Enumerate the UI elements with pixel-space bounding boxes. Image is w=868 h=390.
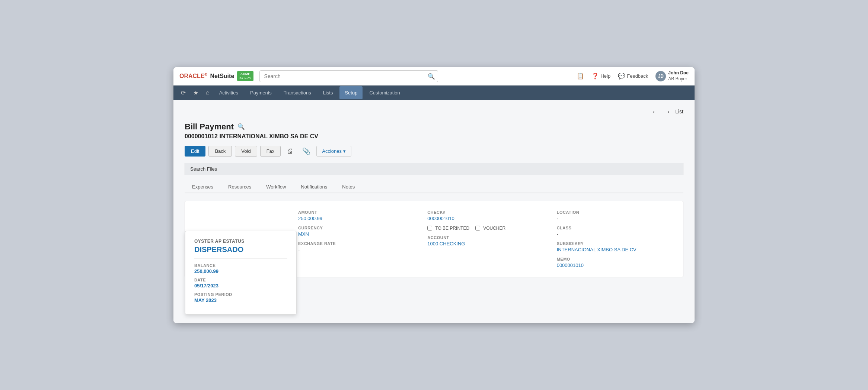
user-menu[interactable]: JD John Doe AB Buyer — [655, 70, 689, 82]
print-icon-button[interactable]: 🖨 — [284, 146, 296, 157]
search-files-bar[interactable]: Search Files — [185, 163, 683, 175]
back-button[interactable]: Back — [208, 146, 232, 157]
exchange-rate-label: EXCHANGE RATE — [298, 241, 415, 246]
logo-area: ORACLE® NetSuite ACME SA de CV — [179, 71, 253, 81]
date-value: 05/17/2023 — [194, 283, 287, 289]
field-group-amount: AMOUNT 250,000.99 CURRENCY MXN EXCHANGE … — [298, 210, 415, 268]
top-right-actions: 📋 ❓ Help 💬 Feedback JD John Doe AB Buyer — [577, 70, 689, 82]
home-icon-button[interactable]: ⌂ — [203, 86, 213, 100]
tab-resources[interactable]: Resources — [221, 181, 259, 193]
date-label: DATE — [194, 278, 287, 282]
attach-icon-button[interactable]: 📎 — [299, 146, 313, 157]
edit-button[interactable]: Edit — [185, 146, 205, 157]
location-value: - — [557, 216, 674, 221]
feedback-button[interactable]: 💬 Feedback — [618, 72, 648, 80]
balance-label: BALANCE — [194, 263, 287, 268]
exchange-rate-value: - — [298, 247, 415, 252]
feedback-icon: 💬 — [618, 72, 625, 80]
page-header: Bill Payment 🔍 0000001012 INTERNATIONAL … — [185, 122, 683, 140]
tab-expenses[interactable]: Expenses — [185, 181, 221, 193]
page-title: Bill Payment — [185, 122, 234, 132]
history-icon-button[interactable]: ⟳ — [178, 86, 189, 100]
favorites-icon-button[interactable]: ★ — [190, 86, 201, 100]
help-icon: ❓ — [591, 72, 599, 80]
tab-notes[interactable]: Notes — [335, 181, 362, 193]
posting-period-value: MAY 2023 — [194, 297, 287, 303]
nav-item-activities[interactable]: Activities — [214, 86, 243, 99]
action-buttons: Edit Back Void Fax 🖨 📎 Acciones ▾ — [185, 146, 683, 157]
void-button[interactable]: Void — [235, 146, 257, 157]
field-group-check: CHECK# 0000001010 TO BE PRINTED VOUCHER … — [427, 210, 545, 268]
subsidiary-value[interactable]: INTERNACIONAL XIMBO SA DE CV — [557, 247, 674, 252]
nav-item-transactions[interactable]: Transactions — [278, 86, 316, 99]
fields-area: AMOUNT 250,000.99 CURRENCY MXN EXCHANGE … — [298, 210, 674, 268]
tab-workflow[interactable]: Workflow — [259, 181, 293, 193]
check-num-label: CHECK# — [427, 210, 545, 215]
amount-value[interactable]: 250,000.99 — [298, 216, 415, 221]
notifications-icon: 📋 — [577, 72, 584, 80]
currency-label: CURRENCY — [298, 226, 415, 230]
nav-controls: ← → List — [185, 107, 683, 116]
account-label: ACCOUNT — [427, 235, 545, 240]
subsidiary-label: SUBSIDIARY — [557, 241, 674, 246]
search-input[interactable] — [259, 70, 438, 82]
forward-arrow-button[interactable]: → — [663, 107, 671, 116]
class-label: CLASS — [557, 226, 674, 230]
to-be-printed-label: TO BE PRINTED — [435, 226, 469, 231]
checkbox-group: TO BE PRINTED VOUCHER — [427, 226, 545, 231]
search-bar[interactable]: 🔍 — [259, 70, 438, 82]
top-bar: ORACLE® NetSuite ACME SA de CV 🔍 📋 ❓ Hel… — [173, 67, 695, 86]
notifications-button[interactable]: 📋 — [577, 72, 584, 80]
memo-value[interactable]: 0000001010 — [557, 262, 674, 268]
help-button[interactable]: ❓ Help — [591, 72, 610, 80]
acciones-button[interactable]: Acciones ▾ — [316, 146, 351, 157]
ap-status-label: OYSTER AP ESTATUS — [194, 239, 287, 244]
currency-value[interactable]: MXN — [298, 231, 415, 237]
tab-notifications[interactable]: Notifications — [293, 181, 335, 193]
user-role: AB Buyer — [668, 76, 689, 82]
popup-card: OYSTER AP ESTATUS DISPERSADO BALANCE 250… — [185, 231, 297, 315]
voucher-label: VOUCHER — [483, 226, 505, 231]
location-label: LOCATION — [557, 210, 674, 215]
search-docs-icon[interactable]: 🔍 — [237, 123, 245, 130]
ap-status-value: DISPERSADO — [194, 245, 287, 254]
search-icon-button[interactable]: 🔍 — [428, 72, 435, 80]
memo-label: MEMO — [557, 257, 674, 261]
nav-item-customization[interactable]: Customization — [364, 86, 405, 99]
posting-period-label: POSTING PERIOD — [194, 292, 287, 297]
to-be-printed-checkbox[interactable] — [427, 226, 432, 231]
acme-badge: ACME SA de CV — [237, 71, 253, 81]
avatar: JD — [655, 71, 666, 81]
nav-item-payments[interactable]: Payments — [245, 86, 277, 99]
account-value[interactable]: 1000 CHECKING — [427, 241, 545, 246]
main-content: ← → List Bill Payment 🔍 0000001012 INTER… — [173, 100, 695, 323]
list-link[interactable]: List — [675, 109, 683, 115]
amount-label: AMOUNT — [298, 210, 415, 215]
form-card: OYSTER AP ESTATUS DISPERSADO BALANCE 250… — [185, 201, 683, 277]
back-arrow-button[interactable]: ← — [651, 107, 659, 116]
oracle-logo: ORACLE® NetSuite — [179, 72, 234, 80]
voucher-checkbox[interactable] — [475, 226, 480, 231]
field-group-location: LOCATION - CLASS - SUBSIDIARY INTERNACIO… — [557, 210, 674, 268]
class-value: - — [557, 231, 674, 237]
balance-value: 250,000.99 — [194, 268, 287, 274]
tabs-row: Expenses Resources Workflow Notification… — [185, 181, 683, 193]
nav-item-lists[interactable]: Lists — [318, 86, 338, 99]
user-name: John Doe — [668, 70, 689, 76]
check-num-value[interactable]: 0000001010 — [427, 216, 545, 221]
nav-item-setup[interactable]: Setup — [339, 86, 363, 99]
nav-bar: ⟳ ★ ⌂ Activities Payments Transactions L… — [173, 86, 695, 100]
fax-button[interactable]: Fax — [260, 146, 281, 157]
page-subtitle: 0000001012 INTERNATIONAL XIMBO SA DE CV — [185, 133, 683, 140]
